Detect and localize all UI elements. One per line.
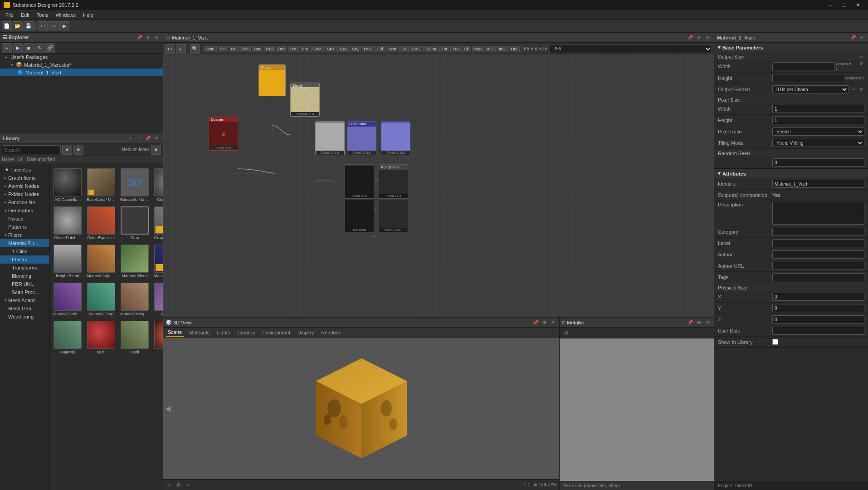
tab-environment[interactable]: Environment (260, 329, 292, 336)
tag-px[interactable]: Px (399, 46, 409, 52)
cat-1click[interactable]: 1-Click (0, 247, 49, 255)
play-button[interactable]: ▶ (59, 21, 69, 31)
explorer-play-button[interactable]: ▶ (13, 43, 23, 53)
cat-mesh-gen[interactable]: Mesh Gen... (0, 304, 49, 313)
search-filter-button[interactable]: ▼ (62, 145, 72, 155)
tag-out[interactable]: Out (509, 46, 520, 52)
metallic-float-button[interactable]: ⊞ (695, 319, 702, 326)
tab-renderer[interactable]: Renderer (319, 329, 344, 336)
graph-settings-button[interactable]: ⚙ (695, 34, 702, 41)
cat-mesh-adapt[interactable]: ▾ Mesh Adapti... (0, 296, 49, 304)
list-item[interactable]: Multi (119, 319, 151, 356)
minimize-button[interactable]: ─ (824, 0, 837, 10)
explorer-refresh-button[interactable]: ↻ (34, 43, 44, 53)
tiling-mode-select[interactable]: H and V tiling (772, 139, 864, 147)
metallic-fit-btn[interactable]: ⊞ (562, 329, 570, 337)
list-item[interactable]: Clone Patch (152, 167, 163, 203)
graph-canvas[interactable]: Output Blend ZNrm-68-5.0 (163, 55, 714, 317)
view3d-mode-btn[interactable]: □ (166, 481, 173, 489)
col-date[interactable]: Date modified (27, 157, 55, 162)
tag-lvl[interactable]: LVl (375, 46, 385, 52)
cat-pbr-utils[interactable]: PBR Utili... (0, 280, 49, 288)
author-input[interactable] (772, 250, 864, 259)
tag-svg[interactable]: SVC (410, 46, 423, 52)
graph-node-roughness[interactable]: Roughness ZNrm-24-5 (379, 164, 408, 198)
undo-button[interactable]: ↩ (38, 21, 48, 31)
cat-favorites[interactable]: ★ Favorites (0, 165, 49, 174)
cat-transforms[interactable]: Transforms (0, 264, 49, 272)
tag-hsl[interactable]: HSL (362, 46, 375, 52)
list-item[interactable]: Material Adjustm... (85, 243, 117, 279)
graph-zoom-btn[interactable]: 1:1 (165, 44, 175, 54)
view3d-pin-button[interactable]: 📌 (532, 319, 539, 326)
category-input[interactable] (772, 228, 864, 236)
graph-node-output[interactable]: Output (258, 64, 286, 96)
graph-node-blue[interactable]: ZNrm-22-5.0 (381, 121, 410, 155)
phys-y-input[interactable] (772, 304, 864, 312)
view3d-sphere-btn[interactable]: ○ (184, 481, 191, 489)
cat-function-nodes[interactable]: ▸ Function No... (0, 198, 49, 206)
cat-filters[interactable]: ▾ Filters (0, 231, 49, 239)
graph-node-blend[interactable]: Blend ZNrm-68-5.0 (290, 83, 320, 117)
maximize-button[interactable]: □ (838, 0, 851, 10)
tag-cur[interactable]: Cur (252, 46, 263, 52)
metallic-pin-button[interactable]: 📌 (687, 319, 694, 326)
list-item[interactable]: Crop (119, 205, 151, 241)
graph-search-btn[interactable]: 🔍 (190, 44, 200, 54)
view3d-nav-left[interactable]: ◀ (165, 404, 171, 413)
tag-nrm[interactable]: Nrm (386, 46, 398, 52)
window-controls[interactable]: ─ □ ✕ (824, 0, 864, 10)
parent-size-select[interactable]: 256 512 1024 (550, 45, 712, 53)
explorer-settings-button[interactable]: ⚙ (144, 34, 151, 41)
graph-node-dark1[interactable]: ZNrm-05-0 (345, 164, 374, 198)
tag-ck[interactable]: Ck (462, 46, 471, 52)
tags-input[interactable] (772, 273, 864, 281)
cat-material-filter[interactable]: Material Filt... (0, 239, 49, 247)
close-button[interactable]: ✕ (852, 0, 864, 10)
library-pin-button[interactable]: + (127, 135, 134, 142)
explorer-close-button[interactable]: ✕ (153, 34, 160, 41)
list-item[interactable]: Material (52, 319, 83, 356)
list-item[interactable]: Crop Grayscale (152, 205, 163, 241)
new-button[interactable]: 📄 (2, 21, 12, 31)
tag-dbl[interactable]: DBl (264, 46, 275, 52)
height-input[interactable] (772, 74, 844, 82)
graph-node-grayscale[interactable]: ZNrm-14-2.5 (315, 121, 345, 155)
redo-button[interactable]: ↪ (49, 21, 59, 31)
pixel-width-input[interactable] (772, 105, 864, 113)
explorer-link-button[interactable]: 🔗 (45, 43, 55, 53)
view3d-canvas[interactable]: ◀ (163, 338, 559, 479)
tab-display[interactable]: Display (296, 329, 316, 336)
label-input[interactable] (772, 239, 864, 247)
output-format-select[interactable]: 8 Bit per Chann... (772, 85, 848, 93)
tag-gra[interactable]: Gra (337, 46, 349, 52)
list-item[interactable]: Multi (152, 319, 163, 356)
list-item[interactable]: Material Heigh... (119, 281, 151, 318)
props-close-button[interactable]: ✕ (858, 34, 865, 41)
tab-scene[interactable]: Scene (166, 328, 184, 337)
cat-patterns[interactable]: Patterns (0, 223, 49, 231)
list-item[interactable]: AO Cancella... (52, 167, 83, 203)
tag-inc[interactable]: InC (485, 46, 496, 52)
graph-close-button[interactable]: ✕ (704, 34, 711, 41)
view3d-float-button[interactable]: ⊞ (541, 319, 548, 326)
col-url[interactable]: Url (18, 157, 24, 162)
menu-windows[interactable]: Windows (52, 11, 79, 19)
view-mode-button[interactable]: ▼ (151, 145, 161, 155)
library-close-button[interactable]: ✕ (153, 135, 160, 142)
explorer-stop-button[interactable]: ■ (24, 43, 34, 53)
tag-fxm[interactable]: FxM (311, 46, 324, 52)
list-item[interactable]: Height Blend (52, 243, 83, 279)
output-size-reset[interactable]: ↩ (858, 54, 864, 60)
list-item[interactable]: Material (152, 281, 163, 318)
phys-z-input[interactable] (772, 315, 864, 323)
tag-ing[interactable]: InG (497, 46, 508, 52)
cat-scan-proc[interactable]: Scan Proc... (0, 288, 49, 296)
menu-help[interactable]: Help (79, 11, 97, 19)
library-add-button[interactable]: + (136, 135, 143, 142)
cat-generators[interactable]: ▾ Generators (0, 206, 49, 215)
graph-pin-button[interactable]: 📌 (687, 34, 694, 41)
graph-node-basecolor[interactable]: BaseColor ZNrm-22-5.0 (347, 121, 376, 155)
of-settings[interactable]: ⚙ (858, 86, 864, 93)
menu-tools[interactable]: Tools (33, 11, 52, 19)
